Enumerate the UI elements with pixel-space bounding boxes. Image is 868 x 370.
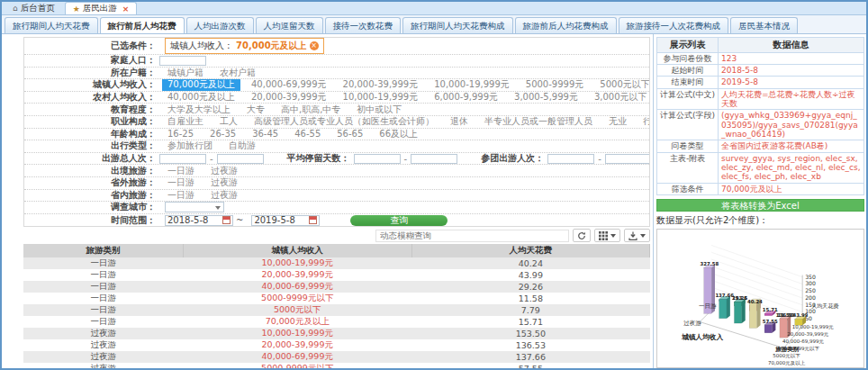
info-row: 问卷类型全省国内过夜游客花费(AB卷) bbox=[657, 140, 864, 152]
range-input-min[interactable] bbox=[354, 154, 401, 164]
tab-5[interactable]: 旅行期间人均天花费构成 bbox=[402, 17, 513, 33]
filter-option[interactable]: 70,000元及以上 bbox=[162, 79, 240, 92]
table-row: 一日游5000元以下7.79 bbox=[23, 304, 650, 316]
filter-row-1: 家庭人口： bbox=[24, 55, 649, 68]
range-input-max[interactable] bbox=[605, 154, 649, 164]
table-cell: 43.99 bbox=[411, 269, 649, 281]
svg-text:300: 300 bbox=[805, 280, 816, 286]
filter-content: 70,000元及以上40,000-69,999元20,000-39,999元10… bbox=[159, 79, 649, 92]
filter-option[interactable]: 56-65 bbox=[329, 129, 371, 139]
filter-option[interactable]: 工人 bbox=[212, 116, 246, 128]
filter-option[interactable]: 行政或秘书或文员 bbox=[635, 116, 649, 128]
table-row: 过夜游10,000-19,999元153.50 bbox=[23, 328, 650, 339]
filter-option[interactable]: 10,000-19,999元 bbox=[426, 79, 518, 91]
filter-row-9: 出游总人次：-平均停留天数：-参团出游人次：- bbox=[24, 153, 649, 166]
filter-text-input[interactable] bbox=[159, 56, 206, 66]
content-area: 已选条件：城镇人均收入：70,000元及以上×家庭人口：所在户籍：城镇户籍农村户… bbox=[2, 34, 866, 368]
star-icon: ★ bbox=[73, 5, 80, 14]
refresh-button[interactable] bbox=[573, 229, 591, 242]
info-row: 起始时间2018-5-8 bbox=[657, 64, 864, 76]
svg-text:20,000-39,999元: 20,000-39,999元 bbox=[787, 331, 828, 337]
filter-option[interactable]: 大学及大学以上 bbox=[159, 104, 239, 115]
export-excel-button[interactable]: 将表格转换为Excel bbox=[656, 199, 864, 212]
tab-1[interactable]: 旅行前后人均花费 bbox=[100, 17, 185, 34]
city-select[interactable] bbox=[165, 202, 224, 212]
filter-option[interactable]: 过夜游 bbox=[203, 165, 246, 176]
close-icon[interactable]: × bbox=[122, 5, 130, 14]
export-button[interactable] bbox=[624, 229, 650, 242]
filter-option[interactable]: 3,000元以下 bbox=[586, 92, 649, 104]
filter-option[interactable]: 20,000-39,999元 bbox=[243, 92, 335, 104]
filter-option[interactable]: 6,000-9,999元 bbox=[426, 92, 506, 104]
filter-option[interactable]: 农村户籍 bbox=[212, 68, 264, 79]
filter-option[interactable]: 40,000元及以上 bbox=[159, 92, 243, 104]
filter-option[interactable]: 一日游 bbox=[159, 190, 203, 202]
filter-option[interactable]: 66及以上 bbox=[371, 129, 426, 140]
filter-option[interactable]: 高级管理人员或专业人员（如医生或会计师） bbox=[246, 116, 442, 128]
columns-button[interactable] bbox=[594, 229, 620, 242]
info-value: 70,000元及以上 bbox=[719, 183, 864, 194]
table-cell: 10,000-19,999元 bbox=[183, 257, 411, 269]
table-row: 过夜游20,000-39,999元136.53 bbox=[23, 339, 650, 351]
titlebar-tab-label: 居民出游 bbox=[83, 3, 117, 14]
filter-label: 所在户籍： bbox=[24, 68, 159, 79]
filter-option[interactable]: 一日游 bbox=[159, 177, 203, 189]
filter-option[interactable]: 16-25 bbox=[159, 129, 202, 139]
query-button[interactable]: 查询 bbox=[350, 215, 448, 226]
filter-option[interactable]: 过夜游 bbox=[203, 177, 246, 189]
filter-option[interactable]: 自雇业主 bbox=[159, 116, 212, 128]
titlebar-tab-1[interactable]: ★居民出游× bbox=[65, 2, 138, 14]
info-panel: 展示列表 数据信息 参与问卷份数123起始时间2018-5-8结束时间2019-… bbox=[653, 34, 866, 368]
tab-0[interactable]: 旅行期间人均天花费 bbox=[5, 17, 98, 33]
filter-option[interactable]: 退休 bbox=[442, 116, 476, 128]
filter-label: 教育程度： bbox=[24, 104, 159, 115]
filter-option[interactable]: 一日游 bbox=[159, 165, 203, 176]
titlebar-tab-0[interactable]: ⌂后台首页 bbox=[5, 2, 62, 14]
range-input-min[interactable] bbox=[547, 154, 594, 164]
tab-7[interactable]: 旅游接待一人次花费构成 bbox=[619, 17, 729, 33]
range-input-max[interactable] bbox=[217, 154, 264, 164]
filter-option[interactable]: 初中或以下 bbox=[348, 104, 410, 115]
tab-2[interactable]: 人均出游次数 bbox=[186, 17, 254, 33]
filter-option[interactable]: 26-35 bbox=[202, 129, 244, 139]
filter-option[interactable]: 过夜游 bbox=[203, 190, 246, 202]
filter-option[interactable]: 半专业人员或一般管理人员 bbox=[476, 116, 601, 128]
filter-label: 调查城市： bbox=[24, 202, 159, 213]
svg-text:100: 100 bbox=[805, 308, 816, 314]
filter-option[interactable]: 城镇户籍 bbox=[159, 68, 212, 79]
info-header-left: 展示列表 bbox=[657, 38, 719, 53]
search-input[interactable] bbox=[375, 230, 569, 242]
filter-option[interactable]: 参加旅行团 bbox=[159, 140, 221, 152]
svg-text:200: 200 bbox=[805, 294, 816, 301]
tab-4[interactable]: 接待一次数花费 bbox=[325, 17, 402, 33]
filter-option[interactable]: 5000-9999元 bbox=[518, 79, 592, 91]
end-date-input[interactable]: 2019-5-8 bbox=[251, 215, 320, 226]
filter-option[interactable]: 20,000-39,999元 bbox=[335, 79, 427, 91]
tab-6[interactable]: 旅游前后人均花费构成 bbox=[515, 17, 617, 33]
filter-row-6: 职业构成：自雇业主工人高级管理人员或专业人员（如医生或会计师）退休半专业人员或一… bbox=[24, 116, 649, 129]
filter-option[interactable]: 5000元以下 bbox=[592, 79, 649, 91]
filter-row-8: 出行类型：参加旅行团自助游 bbox=[24, 140, 649, 153]
filter-option[interactable]: 3,000-5,999元 bbox=[506, 92, 586, 104]
table-cell: 70,000元及以上 bbox=[183, 316, 411, 328]
range-input-max[interactable] bbox=[411, 154, 457, 164]
filter-option[interactable]: 36-45 bbox=[244, 129, 286, 139]
filter-option[interactable]: 大专 bbox=[239, 104, 273, 115]
start-date-input[interactable]: 2018-5-8 bbox=[165, 215, 233, 226]
tabstrip: 旅行期间人均天花费旅行前后人均花费人均出游次数人均逗留天数接待一次数花费旅行期间… bbox=[2, 15, 866, 34]
filter-option[interactable]: 自助游 bbox=[221, 140, 264, 152]
info-label: 参与问卷份数 bbox=[657, 52, 719, 64]
column-header-0: 旅游类别 bbox=[23, 244, 183, 257]
filter-option[interactable]: 高中,职高,中专 bbox=[273, 104, 348, 115]
filter-option[interactable]: 10,000-19,999元 bbox=[335, 92, 427, 104]
filter-option[interactable]: 无业 bbox=[601, 116, 635, 128]
filter-option[interactable]: 40,000-69,999元 bbox=[243, 79, 335, 91]
tab-3[interactable]: 人均逗留天数 bbox=[256, 17, 323, 33]
remove-condition-icon[interactable]: × bbox=[310, 41, 319, 50]
filter-option[interactable]: 46-55 bbox=[286, 129, 329, 139]
table-cell: 20,000-39,999元 bbox=[183, 339, 411, 351]
selected-condition-chip: 城镇人均收入：70,000元及以上× bbox=[165, 38, 324, 54]
filter-content: 大学及大学以上大专高中,职高,中专初中或以下 bbox=[159, 104, 410, 115]
tab-8[interactable]: 居民基本情况 bbox=[730, 17, 798, 33]
range-input-min[interactable] bbox=[159, 154, 206, 164]
